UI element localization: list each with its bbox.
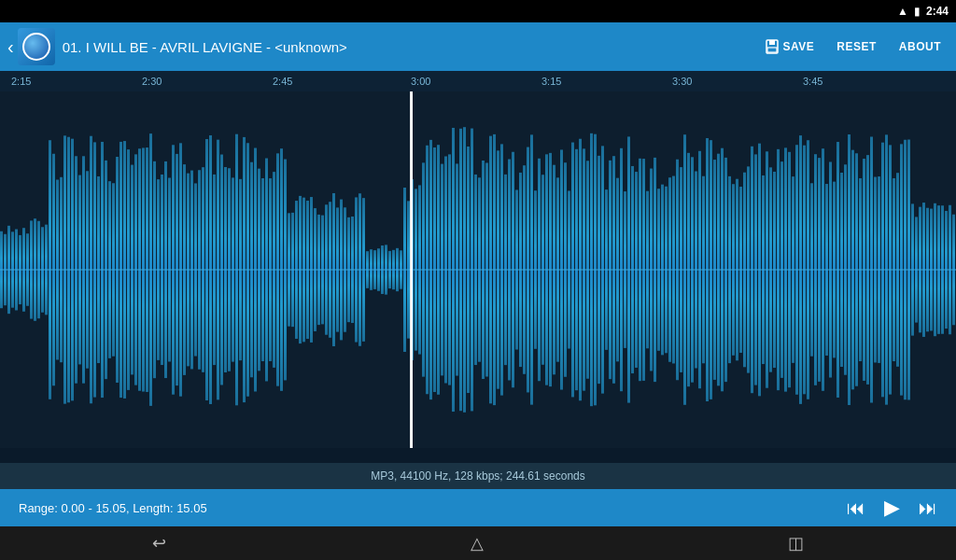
status-time: 2:44	[926, 5, 949, 18]
info-bar: MP3, 44100 Hz, 128 kbps; 244.61 seconds	[0, 463, 956, 489]
controls-bar: Range: 0.00 - 15.05, Length: 15.05 ⏮ ▶ ⏭	[0, 489, 956, 526]
playhead[interactable]	[411, 91, 413, 448]
time-marker-6: 3:45	[803, 76, 822, 87]
save-button[interactable]: SAVE	[757, 35, 822, 58]
wifi-icon: ▲	[897, 5, 908, 18]
toolbar: ‹ 01. I WILL BE - AVRIL LAVIGNE - <unkno…	[0, 22, 956, 71]
battery-icon: ▮	[914, 5, 921, 18]
fast-forward-button[interactable]: ⏭	[919, 497, 937, 519]
about-button[interactable]: ABOUT	[892, 36, 949, 57]
play-button[interactable]: ▶	[884, 496, 900, 520]
back-nav-icon[interactable]: ↩	[152, 533, 166, 553]
reset-label: RESET	[836, 40, 877, 53]
time-marker-5: 3:30	[672, 76, 692, 87]
song-title: 01. I WILL BE - AVRIL LAVIGNE - <unknown…	[63, 39, 750, 55]
save-label: SAVE	[783, 40, 815, 53]
time-marker-2: 2:45	[273, 76, 292, 87]
bottom-navigation: ↩ △ ◫	[0, 526, 956, 560]
back-button[interactable]: ‹	[7, 36, 14, 58]
svg-rect-1	[769, 40, 775, 45]
time-marker-1: 2:30	[142, 76, 162, 87]
recents-nav-icon[interactable]: ◫	[788, 533, 804, 553]
time-marker-3: 3:00	[411, 76, 430, 87]
rewind-button[interactable]: ⏮	[847, 497, 865, 519]
waveform-display[interactable]	[0, 91, 956, 448]
album-art-disc	[22, 33, 50, 61]
save-icon	[765, 39, 780, 54]
timeline-ruler: 2:15 2:30 2:45 3:00 3:15 3:30 3:45	[0, 71, 956, 91]
time-marker-4: 3:15	[541, 76, 561, 87]
home-nav-icon[interactable]: △	[471, 533, 484, 553]
album-art	[18, 28, 55, 65]
waveform-canvas[interactable]	[0, 91, 956, 448]
about-label: ABOUT	[899, 40, 941, 53]
time-marker-0: 2:15	[11, 76, 31, 87]
svg-rect-2	[767, 48, 777, 52]
reset-button[interactable]: RESET	[829, 36, 884, 57]
range-info: Range: 0.00 - 15.05, Length: 15.05	[19, 501, 828, 515]
file-info: MP3, 44100 Hz, 128 kbps; 244.61 seconds	[371, 469, 584, 483]
status-bar: ▲ ▮ 2:44	[0, 0, 956, 22]
